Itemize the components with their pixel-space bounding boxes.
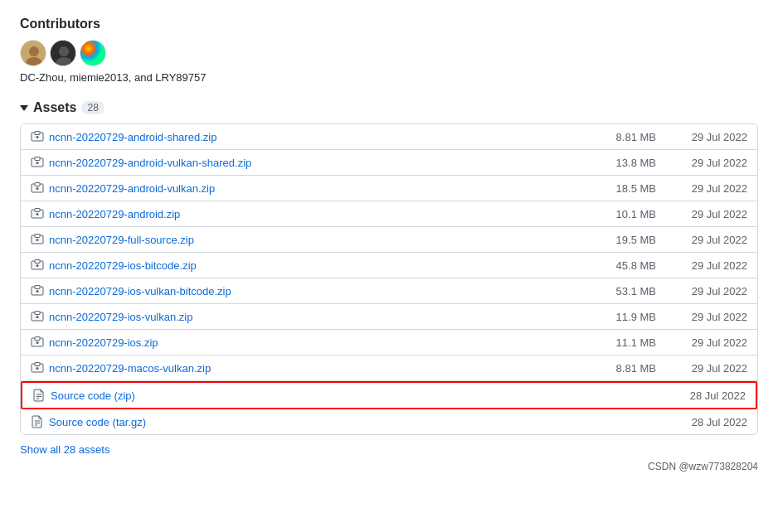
svg-point-18 bbox=[36, 213, 39, 215]
zip-file-icon bbox=[31, 233, 44, 246]
avatar[interactable] bbox=[80, 40, 106, 66]
asset-name-cell: ncnn-20220729-ios-bitcode.zip bbox=[31, 259, 573, 272]
zip-file-icon bbox=[31, 310, 44, 323]
asset-date: 29 Jul 2022 bbox=[656, 208, 747, 220]
watermark-text: CSDN @wzw773828204 bbox=[20, 461, 758, 472]
contributors-names: DC-Zhou, miemie2013, and LRY89757 bbox=[20, 71, 758, 84]
asset-file-link[interactable]: ncnn-20220729-android-shared.zip bbox=[49, 131, 216, 143]
table-row: Source code (tar.gz)28 Jul 2022 bbox=[21, 409, 757, 434]
asset-date: 29 Jul 2022 bbox=[656, 311, 747, 323]
asset-name-cell: ncnn-20220729-android-vulkan-shared.zip bbox=[31, 156, 573, 169]
collapse-triangle-icon[interactable] bbox=[20, 105, 28, 111]
zip-file-icon bbox=[31, 336, 44, 349]
table-row: ncnn-20220729-macos-vulkan.zip8.81 MB29 … bbox=[21, 355, 757, 381]
svg-rect-6 bbox=[80, 41, 106, 66]
asset-file-link[interactable]: ncnn-20220729-android.zip bbox=[49, 208, 180, 220]
svg-rect-29 bbox=[35, 312, 40, 315]
table-row: ncnn-20220729-android.zip10.1 MB29 Jul 2… bbox=[21, 201, 757, 227]
asset-name-cell: ncnn-20220729-macos-vulkan.zip bbox=[31, 361, 573, 375]
svg-point-12 bbox=[36, 162, 39, 164]
svg-point-27 bbox=[36, 290, 39, 293]
svg-point-30 bbox=[36, 316, 39, 318]
svg-rect-17 bbox=[35, 209, 40, 212]
asset-date: 29 Jul 2022 bbox=[656, 234, 747, 246]
svg-rect-32 bbox=[35, 337, 40, 341]
asset-date: 29 Jul 2022 bbox=[656, 182, 747, 195]
asset-file-link[interactable]: Source code (zip) bbox=[51, 389, 135, 402]
asset-name-cell: ncnn-20220729-android-vulkan.zip bbox=[31, 181, 573, 195]
asset-size: 10.1 MB bbox=[573, 208, 656, 220]
svg-rect-23 bbox=[35, 260, 40, 264]
asset-file-link[interactable]: ncnn-20220729-ios-vulkan.zip bbox=[49, 311, 192, 323]
asset-date: 29 Jul 2022 bbox=[656, 362, 747, 375]
svg-point-9 bbox=[36, 136, 39, 138]
asset-size: 45.8 MB bbox=[573, 259, 656, 272]
asset-file-link[interactable]: ncnn-20220729-macos-vulkan.zip bbox=[49, 362, 211, 375]
asset-suffix: (tar.gz) bbox=[109, 416, 146, 428]
asset-file-link[interactable]: ncnn-20220729-ios.zip bbox=[49, 336, 158, 349]
zip-file-icon bbox=[31, 361, 44, 375]
table-row: ncnn-20220729-android-shared.zip8.81 MB2… bbox=[21, 124, 757, 150]
assets-header: Assets 28 bbox=[20, 100, 758, 115]
asset-date: 29 Jul 2022 bbox=[656, 285, 747, 297]
svg-point-15 bbox=[36, 187, 39, 190]
assets-count-badge: 28 bbox=[81, 101, 104, 114]
contributors-section: Contributors bbox=[20, 17, 758, 84]
asset-name-cell: ncnn-20220729-android-shared.zip bbox=[31, 130, 573, 143]
assets-label: Assets bbox=[33, 100, 76, 115]
svg-point-33 bbox=[36, 341, 39, 344]
assets-table: ncnn-20220729-android-shared.zip8.81 MB2… bbox=[20, 123, 758, 435]
table-row: Source code (zip)28 Jul 2022 bbox=[21, 381, 757, 409]
source-file-icon bbox=[32, 389, 46, 402]
asset-file-link[interactable]: ncnn-20220729-ios-vulkan-bitcode.zip bbox=[49, 285, 231, 297]
asset-name-cell: ncnn-20220729-ios.zip bbox=[31, 336, 573, 349]
svg-point-1 bbox=[29, 46, 39, 56]
asset-date: 28 Jul 2022 bbox=[654, 389, 746, 402]
asset-date: 29 Jul 2022 bbox=[656, 131, 747, 143]
zip-file-icon bbox=[31, 207, 44, 220]
asset-date: 29 Jul 2022 bbox=[656, 157, 747, 169]
svg-rect-35 bbox=[35, 363, 40, 366]
asset-name-cell: ncnn-20220729-android.zip bbox=[31, 207, 573, 220]
asset-suffix: (zip) bbox=[111, 389, 135, 402]
assets-section: Assets 28 ncnn-20220729-android-shared.z… bbox=[20, 100, 758, 472]
asset-file-link[interactable]: ncnn-20220729-android-vulkan.zip bbox=[49, 182, 215, 195]
asset-date: 29 Jul 2022 bbox=[656, 336, 747, 349]
svg-point-21 bbox=[36, 239, 39, 241]
svg-point-4 bbox=[59, 46, 69, 56]
zip-file-icon bbox=[31, 284, 44, 297]
asset-file-link[interactable]: ncnn-20220729-full-source.zip bbox=[49, 234, 194, 246]
assets-header-left: Assets 28 bbox=[20, 100, 105, 115]
asset-name-cell: ncnn-20220729-ios-vulkan.zip bbox=[31, 310, 573, 323]
asset-date: 28 Jul 2022 bbox=[656, 416, 747, 428]
asset-name-cell: Source code (tar.gz) bbox=[31, 415, 573, 428]
svg-rect-14 bbox=[35, 183, 40, 186]
svg-point-36 bbox=[36, 367, 39, 370]
zip-file-icon bbox=[31, 259, 44, 272]
avatar[interactable] bbox=[50, 40, 76, 66]
asset-size: 8.81 MB bbox=[573, 131, 656, 143]
show-all-assets-link[interactable]: Show all 28 assets bbox=[20, 443, 109, 456]
asset-file-link[interactable]: ncnn-20220729-android-vulkan-shared.zip bbox=[49, 157, 251, 169]
table-row: ncnn-20220729-ios-vulkan.zip11.9 MB29 Ju… bbox=[21, 304, 757, 330]
table-row: ncnn-20220729-android-vulkan.zip18.5 MB2… bbox=[21, 176, 757, 201]
table-row: ncnn-20220729-android-vulkan-shared.zip1… bbox=[21, 150, 757, 176]
table-row: ncnn-20220729-full-source.zip19.5 MB29 J… bbox=[21, 227, 757, 253]
svg-rect-8 bbox=[35, 132, 40, 135]
asset-name-cell: ncnn-20220729-ios-vulkan-bitcode.zip bbox=[31, 284, 573, 297]
table-row: ncnn-20220729-ios-bitcode.zip45.8 MB29 J… bbox=[21, 253, 757, 278]
asset-file-link[interactable]: ncnn-20220729-ios-bitcode.zip bbox=[49, 259, 197, 272]
asset-size: 8.81 MB bbox=[573, 362, 656, 375]
asset-name-cell: Source code (zip) bbox=[32, 389, 571, 402]
asset-size: 11.9 MB bbox=[573, 311, 656, 323]
asset-size: 18.5 MB bbox=[573, 182, 656, 195]
asset-size: 53.1 MB bbox=[573, 285, 656, 297]
asset-file-link[interactable]: Source code (tar.gz) bbox=[49, 416, 146, 428]
table-row: ncnn-20220729-ios-vulkan-bitcode.zip53.1… bbox=[21, 278, 757, 304]
zip-file-icon bbox=[31, 181, 44, 195]
table-row: ncnn-20220729-ios.zip11.1 MB29 Jul 2022 bbox=[21, 330, 757, 355]
svg-rect-20 bbox=[35, 235, 40, 238]
asset-size: 19.5 MB bbox=[573, 234, 656, 246]
source-file-icon bbox=[31, 415, 44, 428]
avatar[interactable] bbox=[20, 40, 46, 66]
